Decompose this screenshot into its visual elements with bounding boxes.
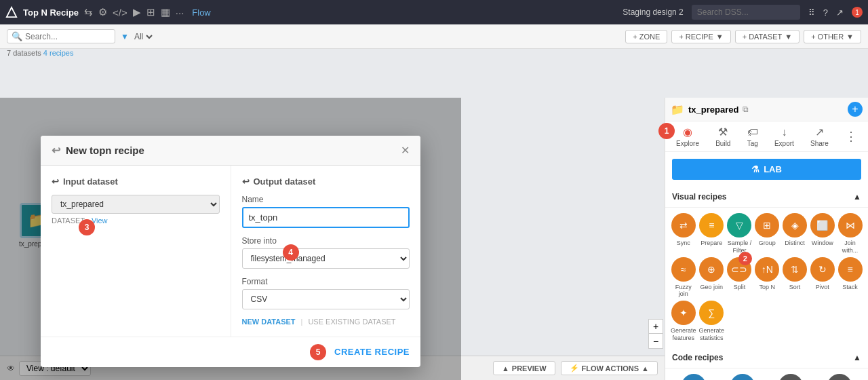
filter-select[interactable]: All [132,31,155,42]
step4-badge: 4 [283,244,299,261]
add-dataset-button[interactable]: + DATASET ▼ [735,30,800,43]
recipe-sync[interactable]: ⇄ Sync [671,213,696,254]
main-area: 📁 tx_prepared ▲ ⊞ 📁 tx_group ⊞ [0,98,868,380]
zoom-in-button[interactable]: + [648,319,663,334]
modal-title-text: New topn recipe [66,145,144,156]
recipe-python[interactable]: Py Python [671,374,717,380]
recipe-fuzzy[interactable]: ≈ Fuzzy join [671,257,696,299]
recipe-gen-stats[interactable]: ∑ Generate statistics [699,301,725,342]
modal-input-section: ↩ Input dataset tx_prepared DATASET • Vi… [41,166,231,337]
flow-label: Flow [192,7,210,18]
recipe-sample[interactable]: ▽ Sample / Filter [727,213,752,254]
input-dataset-selector[interactable]: tx_prepared [52,195,220,214]
recipe-pivot[interactable]: ↻ Pivot [810,257,835,299]
user-icon[interactable]: ↗ [836,7,844,18]
recipe-gen-features[interactable]: ✦ Generate features [671,301,696,342]
code-recipes-header[interactable]: Code recipes ▲ [665,347,868,368]
recipe-stack[interactable]: ≡ Stack [837,257,863,299]
add-other-button[interactable]: + OTHER ▼ [804,30,861,43]
panel-title: tx_prepared [688,104,738,115]
lab-button[interactable]: ⚗ LAB [672,159,861,180]
grid-icon[interactable]: ⊞ [146,6,155,18]
tag-button[interactable]: 🏷 Tag [747,126,758,147]
share-icon[interactable]: ⇆ [84,6,93,18]
sort-label: Sort [789,284,801,291]
pivot-icon: ↻ [810,257,835,282]
stack-icon: ≡ [838,257,863,282]
modal-body: ↩ Input dataset tx_prepared DATASET • Vi… [41,166,420,337]
new-dataset-link[interactable]: NEW DATASET [242,318,296,326]
sync-label: Sync [677,240,690,247]
more-options-button[interactable]: ⋮ [845,129,857,144]
output-section-title: ↩ Output dataset [242,176,410,187]
create-recipe-button[interactable]: CREATE RECIPE [334,347,410,357]
build-button[interactable]: ⚒ Build [715,126,730,147]
shell-icon: $_ [827,374,852,380]
format-select[interactable]: CSV Parquet JSON Avro [242,289,410,309]
explore-label: Explore [676,140,699,147]
play-icon[interactable]: ▶ [133,6,141,18]
modal-header: ↩ New topn recipe ✕ [41,136,420,166]
group-icon: ⊞ [755,213,779,238]
help-icon[interactable]: ? [823,7,828,18]
share-icon: ↗ [815,126,824,138]
chart-icon[interactable]: ▦ [161,6,170,18]
input-dataset-select[interactable]: tx_prepared [52,195,220,214]
toolbar-search-box[interactable]: 🔍 [7,29,115,43]
gen-stats-label: Generate statistics [699,327,725,342]
window-icon: ⬜ [810,213,835,238]
explore-button[interactable]: ◉ Explore [676,126,699,147]
recipe-join[interactable]: ⋈ Join with... [837,213,863,254]
zoom-out-button[interactable]: − [648,334,663,349]
store-into-select[interactable]: filesystem_managed S3 HDFS SQL [242,248,410,269]
grid-apps-icon[interactable]: ⠿ [808,7,815,18]
new-topn-recipe-modal: ↩ New topn recipe ✕ ↩ Input dataset [41,136,420,367]
search-input[interactable] [25,32,106,41]
app-logo[interactable] [5,6,18,18]
flow-canvas[interactable]: 📁 tx_prepared ▲ ⊞ 📁 tx_group ⊞ [0,98,665,380]
add-panel-button[interactable]: + [848,102,863,117]
recipe-sql[interactable]: SQL SQL [768,374,814,380]
visual-recipes-header[interactable]: Visual recipes ▲ [665,187,868,208]
share-button[interactable]: ↗ Share [810,126,829,147]
filter-control[interactable]: ▼ All [121,31,155,42]
add-zone-button[interactable]: + ZONE [625,30,667,43]
recipe-shell[interactable]: $_ Shell [816,374,863,380]
recipe-distinct[interactable]: ◈ Distinct [783,213,808,254]
more-icon[interactable]: ··· [176,7,184,18]
sample-icon: ▽ [727,213,751,238]
tag-icon: 🏷 [747,126,758,138]
preview-button[interactable]: ▲ PREVIEW [493,361,555,375]
gen-stats-icon: ∑ [699,301,724,325]
recipe-r[interactable]: R R [719,374,766,380]
settings-icon[interactable]: ⚙ [98,6,107,18]
lab-icon: ⚗ [751,164,760,174]
flow-actions-button[interactable]: ⚡ FLOW ACTIONS ▲ [561,361,658,375]
toolbar-right-buttons: + ZONE + RECIPE ▼ + DATASET ▼ + OTHER ▼ [625,30,861,43]
copy-icon[interactable]: ⧉ [743,104,749,114]
panel-title-area: 📁 tx_prepared ⧉ [671,103,749,116]
recipe-prepare[interactable]: ≡ Prepare [699,213,725,254]
modal-close-button[interactable]: ✕ [401,144,410,157]
global-search[interactable] [692,5,800,20]
panel-dataset-icon: 📁 [671,103,684,116]
join-label: Join with... [837,240,863,254]
join-icon: ⋈ [838,213,863,238]
recipe-geojoin[interactable]: ⊕ Geo join [699,257,725,299]
recipe-window[interactable]: ⬜ Window [810,213,835,254]
recipe-group[interactable]: ⊞ Group [755,213,780,254]
recipe-topn[interactable]: ↑N Top N [755,257,780,299]
panel-header: 📁 tx_prepared ⧉ + [665,98,868,121]
modal-icon: ↩ [52,144,60,157]
code-icon[interactable]: </> [113,7,127,18]
output-name-input[interactable] [242,207,410,228]
recipe-split[interactable]: ⊂⊃ Split 2 [727,257,752,299]
notification-badge[interactable]: 1 [852,7,863,18]
recipe-sort[interactable]: ⇅ Sort [783,257,808,299]
export-button[interactable]: ↓ Export [774,126,794,147]
tag-label: Tag [747,140,758,147]
use-existing-link[interactable]: USE EXISTING DATASET [308,318,395,326]
preview-icon: ▲ [502,364,509,373]
sql-icon: SQL [778,374,803,380]
add-recipe-button[interactable]: + RECIPE ▼ [671,30,730,43]
